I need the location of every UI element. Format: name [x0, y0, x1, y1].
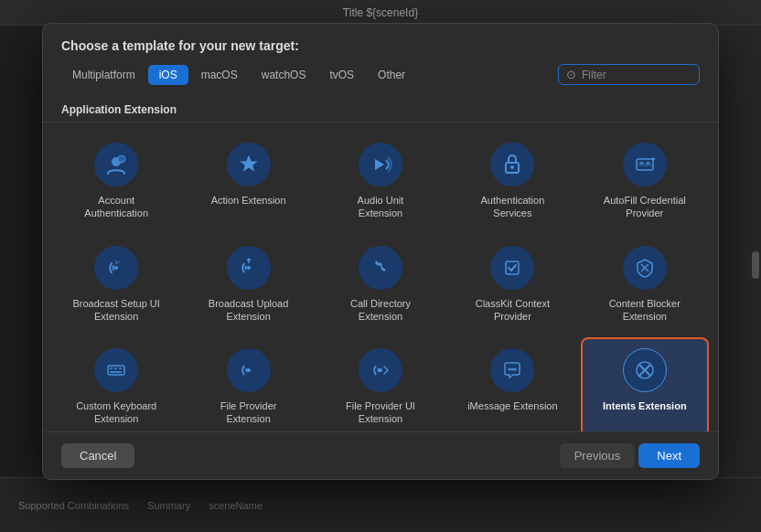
custom-keyboard-label: Custom Keyboard Extension [70, 399, 162, 426]
svg-rect-7 [637, 159, 653, 170]
previous-button[interactable]: Previous [560, 443, 636, 468]
cancel-button[interactable]: Cancel [61, 443, 134, 468]
file-provider-ui-icon [359, 348, 402, 392]
grid-item-audio-unit[interactable]: Audio Unit Extension [316, 132, 445, 231]
grid-item-autofill[interactable]: AutoFill Credential Provider [581, 132, 709, 231]
svg-rect-17 [110, 371, 122, 373]
classkit-label: ClassKit Context Provider [466, 297, 558, 324]
bottom-label3: sceneName [209, 500, 263, 511]
next-button[interactable]: Next [638, 443, 700, 468]
dialog-header: Choose a template for your new target: M… [43, 24, 718, 94]
svg-point-6 [510, 165, 514, 169]
grid-item-content-blocker[interactable]: Content Blocker Extension [581, 235, 709, 335]
svg-point-21 [511, 368, 514, 371]
grid-item-action-ext[interactable]: Action Extension [184, 132, 312, 231]
grid-item-imessage[interactable]: iMessage Extension [448, 337, 576, 431]
tab-bar: Multiplatform iOS macOS watchOS tvOS Oth… [61, 64, 700, 85]
content-blocker-label: Content Blocker Extension [599, 297, 691, 324]
tab-tvos[interactable]: tvOS [318, 65, 365, 85]
intents-label: Intents Extension [603, 399, 687, 412]
grid-container: + Account Authentication Action Extensio… [43, 122, 718, 431]
content-blocker-icon [623, 246, 667, 290]
auth-services-icon [490, 143, 534, 186]
title-bar: Title ${sceneId} [0, 0, 761, 26]
svg-rect-16 [119, 367, 122, 369]
action-ext-label: Action Extension [211, 194, 286, 207]
svg-point-10 [114, 266, 118, 270]
svg-marker-4 [375, 159, 384, 170]
intents-icon [623, 348, 667, 392]
svg-point-18 [247, 368, 251, 372]
svg-text:+: + [120, 157, 123, 163]
svg-point-20 [509, 368, 511, 371]
imessage-icon [490, 348, 534, 392]
broadcast-setup-icon [94, 246, 138, 290]
bottom-bar: Supported Combinations Summary sceneName [0, 477, 761, 532]
filter-box: ⊙ [558, 64, 700, 85]
tab-other[interactable]: Other [367, 65, 416, 85]
broadcast-setup-label: Broadcast Setup UI Extension [70, 297, 162, 324]
grid: + Account Authentication Action Extensio… [52, 132, 709, 431]
grid-item-classkit[interactable]: ClassKit Context Provider [448, 235, 576, 335]
tab-macos[interactable]: macOS [190, 65, 249, 85]
svg-point-19 [379, 368, 382, 372]
account-auth-label: Account Authentication [70, 194, 162, 220]
grid-item-broadcast-upload[interactable]: Broadcast Upload Extension [184, 235, 312, 335]
audio-unit-icon [359, 143, 402, 186]
file-provider-icon [227, 348, 271, 392]
svg-point-11 [247, 266, 251, 270]
broadcast-upload-label: Broadcast Upload Extension [203, 297, 295, 324]
auth-services-label: Authentication Services [466, 194, 558, 220]
audio-unit-label: Audio Unit Extension [335, 194, 426, 220]
footer-nav: Previous Next [560, 443, 700, 468]
dialog: Choose a template for your new target: M… [42, 23, 719, 480]
imessage-label: iMessage Extension [467, 399, 557, 412]
action-ext-icon [227, 143, 271, 186]
call-directory-label: Call Directory Extension [335, 297, 426, 324]
svg-rect-9 [646, 162, 650, 165]
bottom-label1: Supported Combinations [18, 500, 129, 511]
grid-item-call-directory[interactable]: Call Directory Extension [316, 235, 445, 335]
filter-input[interactable] [582, 69, 691, 81]
autofill-icon [623, 143, 667, 186]
grid-item-file-provider[interactable]: File Provider Extension [184, 337, 312, 431]
tab-ios[interactable]: iOS [148, 65, 188, 85]
svg-rect-15 [114, 367, 117, 369]
dialog-title: Choose a template for your new target: [61, 38, 700, 53]
svg-marker-3 [240, 155, 258, 172]
call-directory-icon [359, 246, 402, 290]
file-provider-ui-label: File Provider UI Extension [335, 399, 426, 426]
file-provider-label: File Provider Extension [203, 399, 295, 426]
custom-keyboard-icon [94, 348, 138, 392]
bottom-label2: Summary [147, 500, 190, 511]
grid-item-account-auth[interactable]: + Account Authentication [52, 132, 180, 231]
grid-item-broadcast-setup[interactable]: Broadcast Setup UI Extension [52, 235, 180, 335]
grid-item-custom-keyboard[interactable]: Custom Keyboard Extension [52, 337, 180, 431]
filter-icon: ⊙ [566, 68, 576, 81]
svg-point-22 [514, 368, 517, 371]
autofill-label: AutoFill Credential Provider [599, 194, 691, 220]
grid-item-auth-services[interactable]: Authentication Services [448, 132, 576, 231]
dialog-overlay: Choose a template for your new target: M… [0, 26, 761, 477]
tab-watchos[interactable]: watchOS [251, 65, 317, 85]
svg-rect-14 [110, 367, 113, 369]
grid-item-intents[interactable]: Intents Extension [581, 337, 709, 431]
tab-multiplatform[interactable]: Multiplatform [61, 65, 146, 85]
title-text: Title ${sceneId} [343, 6, 418, 19]
account-auth-icon: + [94, 143, 138, 186]
svg-rect-8 [639, 162, 644, 165]
classkit-icon [490, 246, 534, 290]
broadcast-upload-icon [227, 246, 271, 290]
svg-rect-13 [108, 366, 124, 375]
grid-item-file-provider-ui[interactable]: File Provider UI Extension [316, 337, 445, 431]
section-label: Application Extension [43, 94, 718, 122]
dialog-footer: Cancel Previous Next [43, 431, 718, 479]
